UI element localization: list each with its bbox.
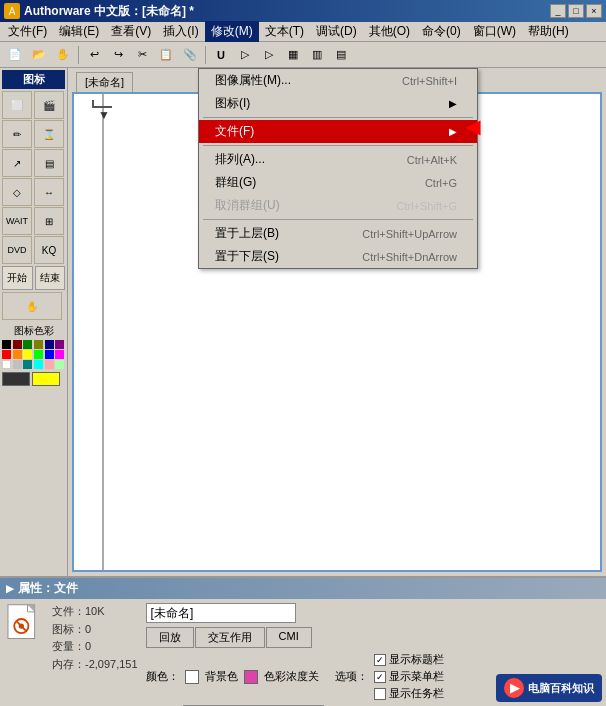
start-icon[interactable]: 开始 (2, 266, 33, 290)
menu-ungroup[interactable]: 取消群组(U) Ctrl+Shift+G (199, 194, 477, 217)
tb-extra3[interactable]: ▤ (330, 45, 352, 65)
color-olive[interactable] (34, 340, 43, 349)
menu-insert[interactable]: 插入(I) (157, 21, 204, 42)
icon-decision[interactable]: ◇ (2, 178, 32, 206)
tb-extra2[interactable]: ▥ (306, 45, 328, 65)
cb-taskbar-box[interactable] (374, 688, 386, 700)
menu-modify[interactable]: 修改(M) (205, 21, 259, 42)
menu-image-props[interactable]: 图像属性(M)... Ctrl+Shift+I (199, 69, 477, 92)
app-icon: A (4, 3, 20, 19)
icon-interaction[interactable]: ↔ (34, 178, 64, 206)
menu-file-label: 文件(F) (215, 123, 254, 140)
menu-send-back[interactable]: 置于下层(S) Ctrl+Shift+DnArrow (199, 245, 477, 268)
copy-button[interactable]: 📋 (155, 45, 177, 65)
color-orange[interactable] (13, 350, 22, 359)
bg-color-swatch[interactable] (32, 372, 60, 386)
menu-window[interactable]: 窗口(W) (467, 21, 522, 42)
properties-title-text: 属性：文件 (18, 580, 78, 597)
color-lightgreen[interactable] (55, 360, 64, 369)
tab-playback[interactable]: 回放 (146, 627, 194, 648)
toolbar-sep1 (78, 46, 79, 64)
menu-help[interactable]: 帮助(H) (522, 21, 575, 42)
fg-color-swatch[interactable] (2, 372, 30, 386)
icon-navigate[interactable]: ↗ (2, 149, 32, 177)
icon-wait[interactable]: ⌛ (34, 120, 64, 148)
menu-send-back-label: 置于下层(S) (215, 248, 279, 265)
icon-sound[interactable]: KQ (34, 236, 64, 264)
cb-titlebar-box[interactable]: ✓ (374, 654, 386, 666)
flow-start-bracket (92, 100, 112, 108)
paste-button[interactable]: 📎 (179, 45, 201, 65)
menu-debug[interactable]: 调试(D) (310, 21, 363, 42)
menu-other[interactable]: 其他(O) (363, 21, 416, 42)
underline-button[interactable]: ▷ (258, 45, 280, 65)
color-white[interactable] (2, 360, 11, 369)
flowline-bg (102, 94, 104, 570)
menu-arrange[interactable]: 排列(A)... Ctrl+Alt+K (199, 148, 477, 171)
color-cyan[interactable] (34, 360, 43, 369)
menu-group[interactable]: 群组(G) Ctrl+G (199, 171, 477, 194)
color-blue[interactable] (45, 350, 54, 359)
cb-menubar-box[interactable]: ✓ (374, 671, 386, 683)
maximize-button[interactable]: □ (568, 4, 584, 18)
color-red[interactable] (2, 350, 11, 359)
color-darkred[interactable] (13, 340, 22, 349)
color-darkgreen[interactable] (23, 340, 32, 349)
color-magenta[interactable] (55, 350, 64, 359)
bg-color-box[interactable] (185, 670, 199, 684)
color-panel-title: 图标色彩 (2, 324, 65, 338)
menu-sep-2 (203, 145, 473, 146)
menu-edit[interactable]: 编辑(E) (53, 21, 105, 42)
italic-button[interactable]: ▷ (234, 45, 256, 65)
title-text: Authorware 中文版：[未命名] * (24, 3, 194, 20)
bg-color-label: 背景色 (205, 669, 238, 684)
tab-interaction[interactable]: 交互作用 (195, 627, 265, 648)
menu-text[interactable]: 文本(T) (259, 21, 310, 42)
icon-movie[interactable]: DVD (2, 236, 32, 264)
menu-command[interactable]: 命令(0) (416, 21, 467, 42)
icon-hand2[interactable]: ✋ (2, 292, 62, 320)
menu-bring-front[interactable]: 置于上层(B) Ctrl+Shift+UpArrow (199, 222, 477, 245)
menu-image-props-shortcut: Ctrl+Shift+I (402, 75, 457, 87)
icon-calculation[interactable]: WAIT (2, 207, 32, 235)
menu-icon[interactable]: 图标(I) ▶ (199, 92, 477, 115)
cb-menubar: ✓ 显示菜单栏 (374, 669, 444, 684)
menu-file[interactable]: 文件(F) (2, 21, 53, 42)
color-navy[interactable] (45, 340, 54, 349)
icon-erase[interactable]: ✏ (2, 120, 32, 148)
color-lightpink[interactable] (45, 360, 54, 369)
tab-cmi[interactable]: CMI (266, 627, 312, 648)
redo-button[interactable]: ↪ (107, 45, 129, 65)
menu-send-back-shortcut: Ctrl+Shift+DnArrow (362, 251, 457, 263)
icon-display[interactable]: ⬜ (2, 91, 32, 119)
new-button[interactable]: 📄 (4, 45, 26, 65)
icon-map[interactable]: ⊞ (34, 207, 64, 235)
minimize-button[interactable]: _ (550, 4, 566, 18)
close-button[interactable]: × (586, 4, 602, 18)
end-icon[interactable]: 结束 (35, 266, 66, 290)
open-button[interactable]: 📂 (28, 45, 50, 65)
file-name-input[interactable] (146, 603, 296, 623)
props-expand-icon[interactable]: ▶ (6, 583, 14, 594)
undo-button[interactable]: ↩ (83, 45, 105, 65)
icon-framework[interactable]: ▤ (34, 149, 64, 177)
menu-ungroup-shortcut: Ctrl+Shift+G (396, 200, 457, 212)
color-teal[interactable] (23, 360, 32, 369)
color-purple[interactable] (55, 340, 64, 349)
color-yellow[interactable] (23, 350, 32, 359)
canvas-tab[interactable]: [未命名] (76, 72, 133, 92)
color-green[interactable] (34, 350, 43, 359)
menu-view[interactable]: 查看(V) (105, 21, 157, 42)
color-black[interactable] (2, 340, 11, 349)
fg-color-box[interactable] (244, 670, 258, 684)
tb-extra1[interactable]: ▦ (282, 45, 304, 65)
color-panel: 图标色彩 (2, 324, 65, 386)
cb-taskbar: 显示任务栏 (374, 686, 444, 701)
hand-button[interactable]: ✋ (52, 45, 74, 65)
bold-button[interactable]: U (210, 45, 232, 65)
color-silver[interactable] (13, 360, 22, 369)
icon-animation[interactable]: 🎬 (34, 91, 64, 119)
cut-button[interactable]: ✂ (131, 45, 153, 65)
props-info: 文件：10K 图标：0 变量：0 内存：-2,097,151 (52, 603, 138, 706)
menu-file-item[interactable]: 文件(F) ▶ (199, 120, 477, 143)
